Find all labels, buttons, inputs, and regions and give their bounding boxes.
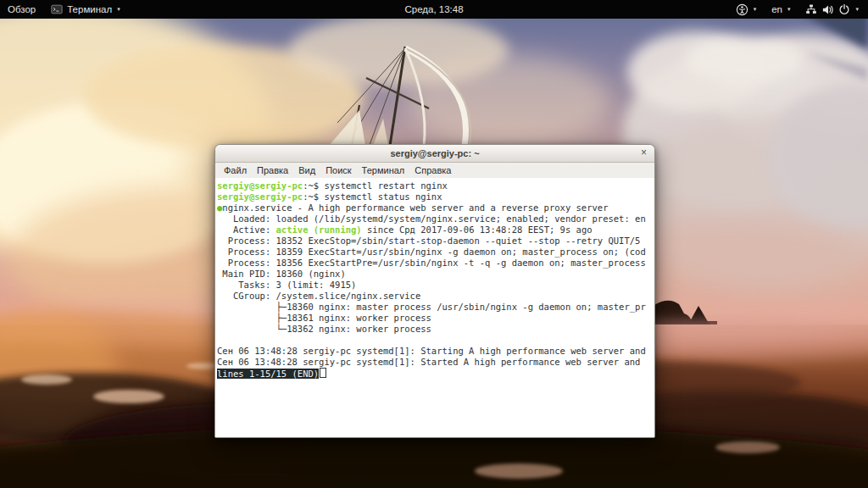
terminal-text-segment: since Срд 2017-09-06 13:48:28 EEST; 9s a… [362, 225, 593, 235]
menu-edit[interactable]: Правка [252, 163, 293, 178]
terminal-text-segment: Process: 18356 ExecStartPre=/usr/sbin/ng… [217, 258, 646, 268]
keyboard-layout-button[interactable]: en ▾ [764, 0, 798, 19]
terminal-line: Сен 06 13:48:28 sergiy-pc systemd[1]: St… [217, 346, 654, 357]
terminal-text-segment: Tasks: 3 (limit: 4915) [217, 280, 356, 290]
terminal-output[interactable]: sergiy@sergiy-pc:~$ systemctl restart ng… [215, 178, 654, 437]
clock-button[interactable]: Среда, 13:48 [397, 0, 470, 19]
terminal-line: ├─18361 nginx: worker process [217, 313, 654, 324]
menu-view[interactable]: Вид [293, 163, 320, 178]
terminal-line: Loaded: loaded (/lib/systemd/system/ngin… [217, 214, 654, 225]
close-button[interactable]: × [638, 145, 649, 161]
terminal-line: └─18362 nginx: worker process [217, 324, 654, 335]
terminal-text-segment: :~$ systemctl status nginx [303, 191, 442, 202]
chevron-down-icon: ▾ [117, 6, 120, 13]
activities-button[interactable]: Обзор [0, 0, 43, 19]
menu-terminal[interactable]: Терминал [357, 163, 410, 178]
terminal-text-segment: Main PID: 18360 (nginx) [217, 269, 346, 279]
terminal-text-segment: CGroup: /system.slice/nginx.service [217, 291, 420, 301]
terminal-text-segment: Process: 18359 ExecStart=/usr/sbin/nginx… [217, 247, 646, 257]
terminal-line: sergiy@sergiy-pc:~$ systemctl status ngi… [217, 191, 654, 202]
terminal-line: Tasks: 3 (limit: 4915) [217, 280, 654, 291]
keyboard-layout-label: en [771, 4, 782, 14]
terminal-window: sergiy@sergiy-pc: ~ × Файл Правка Вид По… [214, 144, 655, 438]
terminal-text-segment: lines 1-15/15 (END) [217, 369, 319, 379]
desktop-stage: Обзор Терминал ▾ Среда, 13:48 [0, 0, 868, 488]
menu-help[interactable]: Справка [409, 163, 456, 178]
app-menu-button[interactable]: Терминал ▾ [43, 0, 127, 19]
system-menu-button[interactable]: ▾ [798, 0, 866, 19]
window-title: sergiy@sergiy-pc: ~ [215, 145, 654, 162]
terminal-line: Active: active (running) since Срд 2017-… [217, 225, 654, 236]
terminal-line: Process: 18352 ExecStop=/sbin/start-stop… [217, 236, 654, 247]
network-icon [805, 3, 817, 15]
menu-search[interactable]: Поиск [320, 163, 356, 178]
window-menubar: Файл Правка Вид Поиск Терминал Справка [215, 163, 654, 179]
terminal-line [217, 335, 654, 346]
terminal-line: ●nginx.service - A high performance web … [217, 202, 654, 214]
terminal-text-segment: Loaded: loaded (/lib/systemd/system/ngin… [217, 214, 646, 224]
terminal-line: lines 1-15/15 (END) [217, 368, 654, 379]
top-bar: Обзор Терминал ▾ Среда, 13:48 [0, 0, 868, 19]
window-titlebar[interactable]: sergiy@sergiy-pc: ~ × [215, 145, 654, 163]
terminal-text-segment: nginx.service - A high performance web s… [222, 202, 608, 213]
menu-file[interactable]: Файл [219, 163, 252, 178]
terminal-line: Process: 18359 ExecStart=/usr/sbin/nginx… [217, 247, 654, 258]
terminal-text-segment: Process: 18352 ExecStop=/sbin/start-stop… [217, 236, 640, 246]
terminal-icon [51, 3, 63, 15]
terminal-cursor [320, 368, 326, 378]
app-menu-label: Терминал [67, 4, 112, 14]
terminal-text-segment: ├─18361 nginx: worker process [217, 313, 431, 323]
accessibility-menu-button[interactable]: ▾ [728, 0, 765, 19]
terminal-line: ├─18360 nginx: master process /usr/sbin/… [217, 302, 654, 313]
accessibility-icon [736, 3, 748, 16]
volume-icon [821, 3, 834, 16]
terminal-text-segment: ├─18360 nginx: master process /usr/sbin/… [217, 302, 646, 312]
chevron-down-icon: ▾ [754, 6, 757, 13]
terminal-text-segment: Сен 06 13:48:28 sergiy-pc systemd[1]: St… [217, 357, 640, 367]
terminal-text-segment: sergiy@sergiy-pc [217, 180, 303, 191]
terminal-line: Сен 06 13:48:28 sergiy-pc systemd[1]: St… [217, 357, 654, 368]
chevron-down-icon: ▾ [855, 6, 859, 13]
terminal-line: Main PID: 18360 (nginx) [217, 269, 654, 280]
activities-label: Обзор [8, 4, 36, 14]
terminal-text-segment: Active: [217, 225, 276, 235]
terminal-text-segment: └─18362 nginx: worker process [217, 324, 431, 334]
terminal-line: sergiy@sergiy-pc:~$ systemctl restart ng… [217, 180, 654, 191]
terminal-text-segment: :~$ systemctl restart nginx [303, 180, 448, 191]
terminal-text-segment: active (running) [276, 225, 362, 235]
power-icon [838, 3, 850, 15]
terminal-text-segment: Сен 06 13:48:28 sergiy-pc systemd[1]: St… [217, 346, 646, 356]
clock-label: Среда, 13:48 [404, 4, 463, 14]
terminal-text-segment: sergiy@sergiy-pc [217, 191, 303, 202]
terminal-line: CGroup: /system.slice/nginx.service [217, 291, 654, 302]
chevron-down-icon: ▾ [787, 6, 791, 13]
terminal-line: Process: 18356 ExecStartPre=/usr/sbin/ng… [217, 258, 654, 269]
